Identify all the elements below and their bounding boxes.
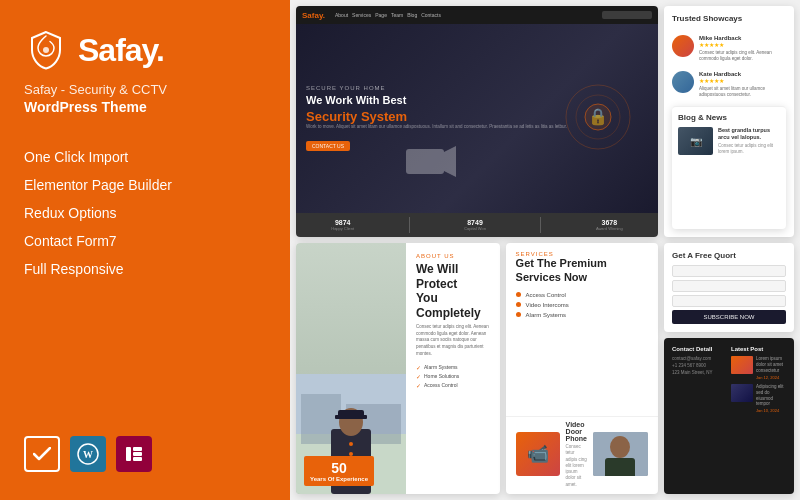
latest-posts-col: Latest Post Lorem ipsum dolor sit amet c… [731, 346, 786, 417]
logo-text: Safay. [78, 32, 164, 69]
quote-title: Get A Free Quort [672, 251, 786, 260]
experience-label: Years Of Experience [310, 476, 368, 482]
services-title-line1: Get The Premium [516, 257, 607, 269]
stars-2: ★★★★★ [699, 77, 786, 84]
shield-icon [24, 28, 68, 72]
protect-top: 50 Years Of Experience ABOUT US We Will … [296, 243, 500, 494]
avatar-img-2 [672, 71, 694, 93]
testimonials-title: Trusted Showcays [672, 14, 786, 23]
feature-access: ✓ Access Control [416, 382, 490, 389]
blog-info-1: Best grandla turpus arcu vel lalopus. Co… [718, 127, 780, 155]
right-column: Get A Free Quort SUBSCRIBE NOW Contact D… [664, 243, 794, 494]
hero-secure-label: SECURE YOUR HOME [306, 85, 648, 91]
protect-image: 50 Years Of Experience [296, 243, 406, 494]
check-icon-2: ✓ [416, 373, 421, 380]
latest-posts-title: Latest Post [731, 346, 786, 352]
badges-row: W [24, 436, 266, 472]
testimonial-1: Mike Hardback ★★★★★ Consec tetur adipis … [672, 35, 786, 63]
feature-contact-form[interactable]: Contact Form7 [24, 227, 266, 255]
contact-address: 123 Main Street, NY [672, 370, 727, 375]
quote-email-field[interactable] [672, 280, 786, 292]
services-header: SERVICES Get The Premium Services Now [506, 243, 658, 287]
hero-title-line2: Security System [306, 109, 648, 124]
service-access: Access Control [516, 292, 648, 298]
stat-num-capital: 8749 [464, 219, 486, 226]
testimonial-2: Kate Hardback ★★★★★ Aliquet sit amet lit… [672, 71, 786, 99]
quote-phone-field[interactable] [672, 295, 786, 307]
stat-label-capital: Capital Won [464, 226, 486, 231]
service-label-2: Video Intercoms [526, 302, 569, 308]
latest-post-1: Lorem ipsum dolor sit amet consectetur J… [731, 356, 786, 380]
services-and-right: SERVICES Get The Premium Services Now Ac… [506, 243, 658, 494]
blog-item-title-1: Best grandla turpus arcu vel lalopus. [718, 127, 780, 141]
stat-capital: 8749 Capital Won [464, 219, 486, 231]
latest-thumb-2 [731, 384, 753, 402]
nav-page[interactable]: Page [375, 12, 387, 18]
content-area: Safay. About Services Page Team Blog Con… [290, 0, 800, 500]
quote-submit-button[interactable]: SUBSCRIBE NOW [672, 310, 786, 324]
svg-rect-6 [133, 457, 142, 461]
nav-contacts[interactable]: Contacts [421, 12, 441, 18]
wordpress-icon: W [77, 443, 99, 465]
service-dot-3 [516, 312, 521, 317]
feature-redux[interactable]: Redux Options [24, 199, 266, 227]
feature-label-3: Access Control [424, 382, 458, 388]
svg-rect-4 [133, 447, 142, 451]
feature-alarm: ✓ Alarm Systems [416, 364, 490, 371]
contact-detail-col: Contact Detall contact@safay.com +1 234 … [672, 346, 727, 417]
latest-post-2-date: Jan 10, 2024 [756, 408, 786, 413]
contact-email: contact@safay.com [672, 356, 727, 361]
hero-subtitle: Work to move. Aliquet sit amet litam our… [306, 124, 648, 130]
features-list: One Click Import Elementor Page Builder … [24, 143, 266, 283]
badge-wordpress[interactable]: W [70, 436, 106, 472]
checkmark-icon [33, 447, 51, 461]
service-intercom: Video Intercoms [516, 302, 648, 308]
stars-1: ★★★★★ [699, 41, 786, 48]
stat-divider-1 [409, 217, 410, 233]
hero-cta-button[interactable]: CONTACT US [306, 141, 350, 151]
quote-form-panel: Get A Free Quort SUBSCRIBE NOW [664, 243, 794, 332]
latest-post-2: Adipiscing elit sed do eiusmod tempor Ja… [731, 384, 786, 413]
services-title-line2: Services Now [516, 271, 588, 283]
service-card: 📹 Video Door Phone Consec tetur adipis c… [506, 416, 658, 494]
feature-responsive[interactable]: Full Responsive [24, 255, 266, 283]
stat-happy-clients: 9874 Happy Client [331, 219, 354, 231]
nav-search[interactable] [602, 11, 652, 19]
nav-services[interactable]: Services [352, 12, 371, 18]
stat-divider-2 [540, 217, 541, 233]
service-dot-1 [516, 292, 521, 297]
protect-title: We Will Protect You Completely [416, 262, 490, 320]
stats-bar: 9874 Happy Client 8749 Capital Won 3678 … [296, 213, 658, 237]
blog-item-1: 📷 Best grandla turpus arcu vel lalopus. … [678, 127, 780, 155]
elementor-icon [125, 446, 143, 462]
experience-badge: 50 Years Of Experience [304, 456, 374, 486]
service-card-title: Video Door Phone [566, 421, 587, 442]
quote-name-field[interactable] [672, 265, 786, 277]
avatar-2 [672, 71, 694, 93]
preview-navbar: Safay. About Services Page Team Blog Con… [296, 6, 658, 24]
theme-type: WordPress Theme [24, 99, 266, 115]
badge-check[interactable] [24, 436, 60, 472]
protect-title-line2: You Completely [416, 291, 481, 319]
nav-blog[interactable]: Blog [407, 12, 417, 18]
protect-desc: Consec tetur adipis cing elit. Aenean co… [416, 324, 490, 358]
service-label-3: Alarm Systems [526, 312, 566, 318]
testimonial-2-text: Aliquet sit amet litam our ullamce adisp… [699, 86, 786, 99]
badge-elementor[interactable] [116, 436, 152, 472]
feature-one-click[interactable]: One Click Import [24, 143, 266, 171]
latest-post-2-info: Adipiscing elit sed do eiusmod tempor Ja… [756, 384, 786, 413]
top-row: Safay. About Services Page Team Blog Con… [296, 6, 794, 237]
feature-elementor[interactable]: Elementor Page Builder [24, 171, 266, 199]
experience-num: 50 [310, 460, 368, 476]
latest-post-1-title: Lorem ipsum dolor sit amet consectetur [756, 356, 786, 374]
nav-about[interactable]: About [335, 12, 348, 18]
svg-text:W: W [83, 449, 93, 460]
service-label-1: Access Control [526, 292, 566, 298]
svg-point-24 [610, 436, 630, 458]
logo-area: Safay. [24, 28, 266, 72]
services-grid: Access Control Video Intercoms Alarm Sys… [506, 288, 658, 416]
nav-team[interactable]: Team [391, 12, 403, 18]
nav-links: About Services Page Team Blog Contacts [335, 12, 441, 18]
testimonial-1-content: Mike Hardback ★★★★★ Consec tetur adipis … [699, 35, 786, 63]
stat-award: 3678 Award Winning [596, 219, 623, 231]
